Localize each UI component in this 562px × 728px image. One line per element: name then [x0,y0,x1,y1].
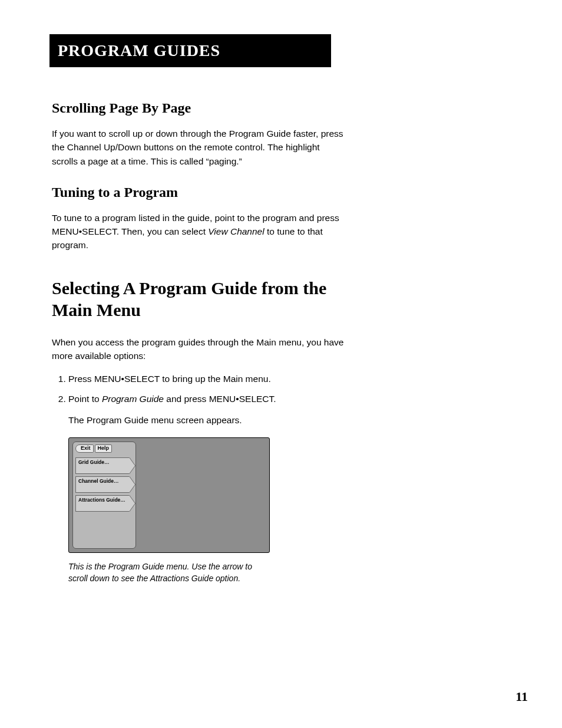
step2-a: Point to [68,394,102,404]
step-result: The Program Guide menu screen appears. [68,413,346,427]
heading-tuning: Tuning to a Program [52,185,346,200]
para-selecting-intro: When you access the program guides throu… [52,335,346,363]
heading-selecting: Selecting A Program Guide from the Main … [52,277,346,321]
top-tabs: Exit Help [75,444,133,453]
para-scrolling: If you want to scroll up or down through… [52,127,346,168]
menu-item-attractions-guide[interactable]: Attractions Guide… [75,495,130,512]
content-column: Scrolling Page By Page If you want to sc… [52,100,346,584]
tuning-text-em: View Channel [208,226,264,236]
heading-scrolling: Scrolling Page By Page [52,100,346,116]
chapter-header-bar: PROGRAM GUIDES [49,34,331,67]
step-2: Point to Program Guide and press MENU•SE… [68,392,346,406]
menu-panel: Exit Help Grid Guide… Channel Guide… Att… [72,442,136,549]
steps-list: Press MENU•SELECT to bring up the Main m… [52,372,346,406]
tv-screen: Exit Help Grid Guide… Channel Guide… Att… [68,437,270,553]
manual-page: PROGRAM GUIDES Scrolling Page By Page If… [0,0,562,728]
step2-em: Program Guide [102,394,164,404]
menu-item-grid-guide[interactable]: Grid Guide… [75,457,130,474]
menu-item-channel-guide[interactable]: Channel Guide… [75,476,130,493]
chapter-title: PROGRAM GUIDES [58,41,324,60]
tab-exit[interactable]: Exit [75,444,94,453]
screenshot-figure: Exit Help Grid Guide… Channel Guide… Att… [68,437,346,584]
figure-caption: This is the Program Guide menu. Use the … [68,561,269,584]
tab-help[interactable]: Help [95,444,113,453]
step-1: Press MENU•SELECT to bring up the Main m… [68,372,346,386]
page-number: 11 [515,689,528,704]
step2-b: and press MENU•SELECT. [164,394,276,404]
para-tuning: To tune to a program listed in the guide… [52,211,346,252]
